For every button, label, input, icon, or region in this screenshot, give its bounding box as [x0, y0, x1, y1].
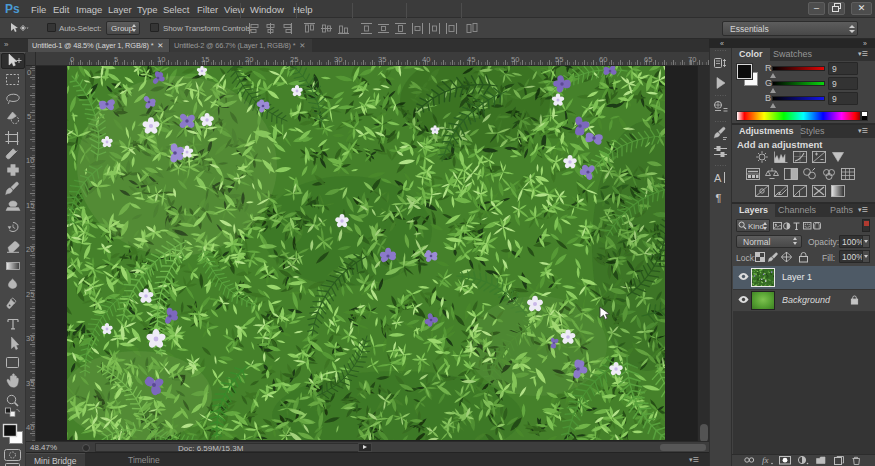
svg-text:fx: fx: [762, 455, 769, 465]
svg-text:A: A: [714, 172, 722, 184]
svg-text:¶: ¶: [716, 192, 722, 204]
